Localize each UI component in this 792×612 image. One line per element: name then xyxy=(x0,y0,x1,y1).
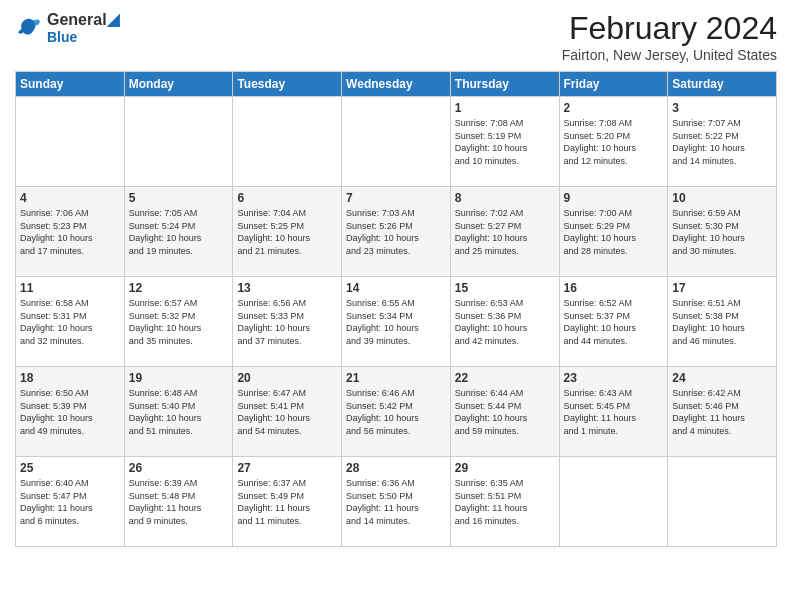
day-header-sunday: Sunday xyxy=(16,72,125,97)
day-header-wednesday: Wednesday xyxy=(342,72,451,97)
day-info: Sunrise: 6:58 AM Sunset: 5:31 PM Dayligh… xyxy=(20,297,120,347)
calendar-cell: 25Sunrise: 6:40 AM Sunset: 5:47 PM Dayli… xyxy=(16,457,125,547)
week-row-2: 4Sunrise: 7:06 AM Sunset: 5:23 PM Daylig… xyxy=(16,187,777,277)
calendar-cell: 10Sunrise: 6:59 AM Sunset: 5:30 PM Dayli… xyxy=(668,187,777,277)
week-row-5: 25Sunrise: 6:40 AM Sunset: 5:47 PM Dayli… xyxy=(16,457,777,547)
calendar-cell: 29Sunrise: 6:35 AM Sunset: 5:51 PM Dayli… xyxy=(450,457,559,547)
calendar-cell: 17Sunrise: 6:51 AM Sunset: 5:38 PM Dayli… xyxy=(668,277,777,367)
calendar-cell: 16Sunrise: 6:52 AM Sunset: 5:37 PM Dayli… xyxy=(559,277,668,367)
day-info: Sunrise: 6:43 AM Sunset: 5:45 PM Dayligh… xyxy=(564,387,664,437)
calendar-cell: 19Sunrise: 6:48 AM Sunset: 5:40 PM Dayli… xyxy=(124,367,233,457)
calendar-cell xyxy=(559,457,668,547)
day-header-saturday: Saturday xyxy=(668,72,777,97)
day-number: 20 xyxy=(237,371,337,385)
day-info: Sunrise: 6:44 AM Sunset: 5:44 PM Dayligh… xyxy=(455,387,555,437)
day-number: 17 xyxy=(672,281,772,295)
day-number: 10 xyxy=(672,191,772,205)
day-info: Sunrise: 7:06 AM Sunset: 5:23 PM Dayligh… xyxy=(20,207,120,257)
day-number: 19 xyxy=(129,371,229,385)
day-number: 5 xyxy=(129,191,229,205)
calendar-cell: 23Sunrise: 6:43 AM Sunset: 5:45 PM Dayli… xyxy=(559,367,668,457)
day-number: 12 xyxy=(129,281,229,295)
page-header: General◢ Blue February 2024 Fairton, New… xyxy=(15,10,777,63)
day-info: Sunrise: 6:42 AM Sunset: 5:46 PM Dayligh… xyxy=(672,387,772,437)
calendar-cell: 6Sunrise: 7:04 AM Sunset: 5:25 PM Daylig… xyxy=(233,187,342,277)
day-info: Sunrise: 6:53 AM Sunset: 5:36 PM Dayligh… xyxy=(455,297,555,347)
day-number: 28 xyxy=(346,461,446,475)
day-info: Sunrise: 6:47 AM Sunset: 5:41 PM Dayligh… xyxy=(237,387,337,437)
calendar-cell: 27Sunrise: 6:37 AM Sunset: 5:49 PM Dayli… xyxy=(233,457,342,547)
week-row-4: 18Sunrise: 6:50 AM Sunset: 5:39 PM Dayli… xyxy=(16,367,777,457)
day-info: Sunrise: 6:57 AM Sunset: 5:32 PM Dayligh… xyxy=(129,297,229,347)
calendar-cell: 8Sunrise: 7:02 AM Sunset: 5:27 PM Daylig… xyxy=(450,187,559,277)
day-header-thursday: Thursday xyxy=(450,72,559,97)
day-number: 6 xyxy=(237,191,337,205)
day-info: Sunrise: 7:07 AM Sunset: 5:22 PM Dayligh… xyxy=(672,117,772,167)
calendar-cell: 3Sunrise: 7:07 AM Sunset: 5:22 PM Daylig… xyxy=(668,97,777,187)
day-info: Sunrise: 6:59 AM Sunset: 5:30 PM Dayligh… xyxy=(672,207,772,257)
calendar-cell: 21Sunrise: 6:46 AM Sunset: 5:42 PM Dayli… xyxy=(342,367,451,457)
calendar-cell: 1Sunrise: 7:08 AM Sunset: 5:19 PM Daylig… xyxy=(450,97,559,187)
day-number: 22 xyxy=(455,371,555,385)
day-number: 2 xyxy=(564,101,664,115)
calendar-cell: 20Sunrise: 6:47 AM Sunset: 5:41 PM Dayli… xyxy=(233,367,342,457)
calendar-cell xyxy=(668,457,777,547)
day-info: Sunrise: 6:52 AM Sunset: 5:37 PM Dayligh… xyxy=(564,297,664,347)
day-info: Sunrise: 6:37 AM Sunset: 5:49 PM Dayligh… xyxy=(237,477,337,527)
calendar-cell: 11Sunrise: 6:58 AM Sunset: 5:31 PM Dayli… xyxy=(16,277,125,367)
day-number: 27 xyxy=(237,461,337,475)
day-number: 21 xyxy=(346,371,446,385)
month-title: February 2024 xyxy=(562,10,777,47)
day-info: Sunrise: 6:51 AM Sunset: 5:38 PM Dayligh… xyxy=(672,297,772,347)
calendar-cell: 24Sunrise: 6:42 AM Sunset: 5:46 PM Dayli… xyxy=(668,367,777,457)
day-number: 3 xyxy=(672,101,772,115)
day-number: 13 xyxy=(237,281,337,295)
day-info: Sunrise: 7:08 AM Sunset: 5:20 PM Dayligh… xyxy=(564,117,664,167)
day-number: 11 xyxy=(20,281,120,295)
calendar-cell xyxy=(16,97,125,187)
calendar-cell: 4Sunrise: 7:06 AM Sunset: 5:23 PM Daylig… xyxy=(16,187,125,277)
day-info: Sunrise: 7:02 AM Sunset: 5:27 PM Dayligh… xyxy=(455,207,555,257)
day-number: 25 xyxy=(20,461,120,475)
day-number: 24 xyxy=(672,371,772,385)
calendar-cell: 14Sunrise: 6:55 AM Sunset: 5:34 PM Dayli… xyxy=(342,277,451,367)
day-info: Sunrise: 6:48 AM Sunset: 5:40 PM Dayligh… xyxy=(129,387,229,437)
day-info: Sunrise: 6:39 AM Sunset: 5:48 PM Dayligh… xyxy=(129,477,229,527)
day-number: 15 xyxy=(455,281,555,295)
day-number: 8 xyxy=(455,191,555,205)
day-number: 16 xyxy=(564,281,664,295)
day-number: 7 xyxy=(346,191,446,205)
calendar-cell: 13Sunrise: 6:56 AM Sunset: 5:33 PM Dayli… xyxy=(233,277,342,367)
calendar-cell: 22Sunrise: 6:44 AM Sunset: 5:44 PM Dayli… xyxy=(450,367,559,457)
week-row-3: 11Sunrise: 6:58 AM Sunset: 5:31 PM Dayli… xyxy=(16,277,777,367)
calendar-cell xyxy=(124,97,233,187)
day-header-monday: Monday xyxy=(124,72,233,97)
day-info: Sunrise: 6:56 AM Sunset: 5:33 PM Dayligh… xyxy=(237,297,337,347)
day-info: Sunrise: 6:36 AM Sunset: 5:50 PM Dayligh… xyxy=(346,477,446,527)
calendar-cell: 2Sunrise: 7:08 AM Sunset: 5:20 PM Daylig… xyxy=(559,97,668,187)
day-info: Sunrise: 7:00 AM Sunset: 5:29 PM Dayligh… xyxy=(564,207,664,257)
day-number: 26 xyxy=(129,461,229,475)
day-number: 14 xyxy=(346,281,446,295)
day-info: Sunrise: 6:46 AM Sunset: 5:42 PM Dayligh… xyxy=(346,387,446,437)
day-number: 29 xyxy=(455,461,555,475)
calendar-cell xyxy=(233,97,342,187)
day-info: Sunrise: 7:04 AM Sunset: 5:25 PM Dayligh… xyxy=(237,207,337,257)
calendar-cell: 5Sunrise: 7:05 AM Sunset: 5:24 PM Daylig… xyxy=(124,187,233,277)
day-info: Sunrise: 6:35 AM Sunset: 5:51 PM Dayligh… xyxy=(455,477,555,527)
calendar-cell: 12Sunrise: 6:57 AM Sunset: 5:32 PM Dayli… xyxy=(124,277,233,367)
calendar-cell: 7Sunrise: 7:03 AM Sunset: 5:26 PM Daylig… xyxy=(342,187,451,277)
day-number: 1 xyxy=(455,101,555,115)
location-subtitle: Fairton, New Jersey, United States xyxy=(562,47,777,63)
logo-icon xyxy=(15,14,43,42)
calendar-table: SundayMondayTuesdayWednesdayThursdayFrid… xyxy=(15,71,777,547)
calendar-cell: 28Sunrise: 6:36 AM Sunset: 5:50 PM Dayli… xyxy=(342,457,451,547)
title-area: February 2024 Fairton, New Jersey, Unite… xyxy=(562,10,777,63)
day-info: Sunrise: 7:03 AM Sunset: 5:26 PM Dayligh… xyxy=(346,207,446,257)
week-row-1: 1Sunrise: 7:08 AM Sunset: 5:19 PM Daylig… xyxy=(16,97,777,187)
day-number: 9 xyxy=(564,191,664,205)
day-header-tuesday: Tuesday xyxy=(233,72,342,97)
calendar-cell: 26Sunrise: 6:39 AM Sunset: 5:48 PM Dayli… xyxy=(124,457,233,547)
calendar-cell xyxy=(342,97,451,187)
logo: General◢ Blue xyxy=(15,10,119,45)
